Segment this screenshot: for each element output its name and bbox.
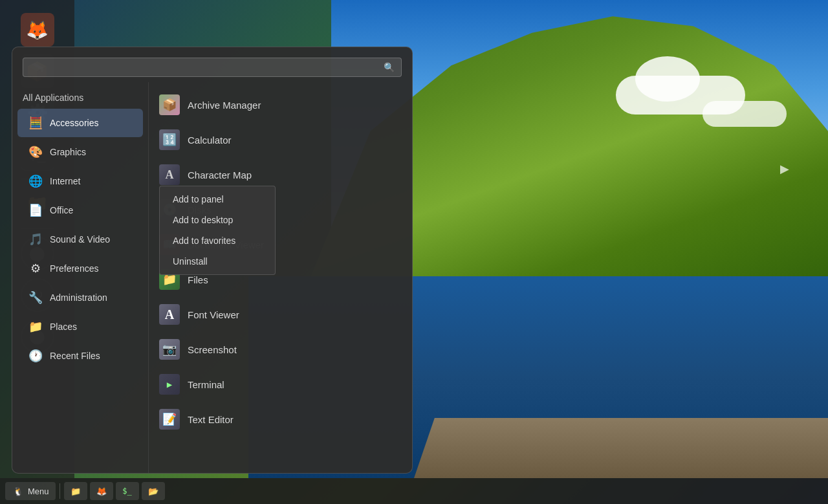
taskbar-separator-1 [60,483,60,499]
preferences-label: Preferences [50,263,98,274]
places-label: Places [50,322,77,332]
menu-button-icon: 🐧 [12,485,25,498]
apps-panel: 📦 Archive Manager 🔢 Calculator Add to pa… [148,82,412,473]
menu-body: All Applications 🧮 Accessories 🎨 Graphic… [12,82,412,473]
filemgr-taskbar-icon: 📂 [147,485,160,498]
character-map-icon: A [159,164,180,185]
cloud2-bg [703,101,787,127]
accessories-label: Accessories [50,118,98,128]
ctx-add-desktop[interactable]: Add to desktop [160,210,275,230]
app-text-editor[interactable]: 📝 Text Editor [149,402,412,437]
app-archive-manager[interactable]: 📦 Archive Manager [149,87,412,122]
category-administration[interactable]: 🔧 Administration [17,283,143,312]
sound-video-icon: 🎵 [28,232,43,247]
terminal-taskbar-icon: $_ [121,485,134,498]
category-sound-video[interactable]: 🎵 Sound & Video [17,225,143,254]
category-recent-files[interactable]: 🕐 Recent Files [17,342,143,370]
character-map-label: Character Map [188,170,252,181]
files-taskbar-button[interactable]: 📁 [64,482,87,500]
search-box[interactable]: 🔍 [23,58,402,77]
search-icon: 🔍 [384,62,395,72]
screenshot-icon: 📷 [159,339,180,360]
all-applications-label: All Applications [23,93,83,103]
menu-button[interactable]: 🐧 Menu [5,482,56,500]
terminal-taskbar-button[interactable]: $_ [116,482,139,500]
sound-video-label: Sound & Video [50,234,110,245]
administration-icon: 🔧 [28,290,43,305]
preferences-icon: ⚙ [28,261,43,276]
context-menu: Add to panel Add to desktop Add to favor… [159,186,276,275]
terminal-icon: ▶ [159,374,180,395]
recent-files-icon: 🕐 [28,348,43,364]
accessories-icon: 🧮 [28,115,43,131]
category-internet[interactable]: 🌐 Internet [17,167,143,195]
internet-label: Internet [50,176,80,186]
text-editor-icon: 📝 [159,409,180,430]
archive-manager-icon: 📦 [159,94,180,115]
app-menu: 🔍 All Applications 🧮 Accessories 🎨 Graph… [12,47,413,474]
taskbar: 🐧 Menu 📁 🦊 $_ 📂 [0,478,828,504]
graphics-label: Graphics [50,147,86,157]
app-terminal[interactable]: ▶ Terminal [149,367,412,402]
firefox-taskbar-icon: 🦊 [95,485,108,498]
firefox-taskbar-button[interactable]: 🦊 [90,482,113,500]
administration-label: Administration [50,292,107,303]
app-calculator[interactable]: 🔢 Calculator [149,122,412,157]
places-icon: 📁 [28,319,43,334]
recent-files-label: Recent Files [50,351,100,361]
category-all[interactable]: All Applications [12,87,148,108]
category-accessories[interactable]: 🧮 Accessories [17,109,143,137]
categories-panel: All Applications 🧮 Accessories 🎨 Graphic… [12,82,148,473]
ctx-add-panel[interactable]: Add to panel [160,189,275,210]
ctx-add-favorites[interactable]: Add to favorites [160,230,275,251]
terminal-label: Terminal [188,379,224,390]
archive-manager-label: Archive Manager [188,100,261,111]
category-places[interactable]: 📁 Places [17,312,143,341]
office-label: Office [50,205,73,215]
calculator-label: Calculator [188,135,232,146]
category-preferences[interactable]: ⚙ Preferences [17,254,143,283]
app-screenshot[interactable]: 📷 Screenshot [149,332,412,367]
menu-button-label: Menu [28,487,49,496]
graphics-icon: 🎨 [28,144,43,160]
search-area: 🔍 [12,47,412,82]
font-viewer-label: Font Viewer [188,309,239,320]
internet-icon: 🌐 [28,173,43,189]
office-icon: 📄 [28,203,43,218]
app-font-viewer[interactable]: A Font Viewer [149,297,412,332]
filemgr-taskbar-button[interactable]: 📂 [142,482,165,500]
screenshot-label: Screenshot [188,344,237,355]
firefox-dock[interactable]: 🦊 [21,13,54,47]
files-label: Files [188,274,208,285]
ctx-uninstall[interactable]: Uninstall [160,251,275,272]
files-taskbar-icon: 📁 [69,485,82,498]
category-graphics[interactable]: 🎨 Graphics [17,138,143,166]
font-viewer-icon: A [159,304,180,325]
search-input[interactable] [30,62,378,72]
category-office[interactable]: 📄 Office [17,196,143,225]
text-editor-label: Text Editor [188,414,234,425]
beach-bg [414,418,828,478]
calculator-icon: 🔢 [159,129,180,150]
